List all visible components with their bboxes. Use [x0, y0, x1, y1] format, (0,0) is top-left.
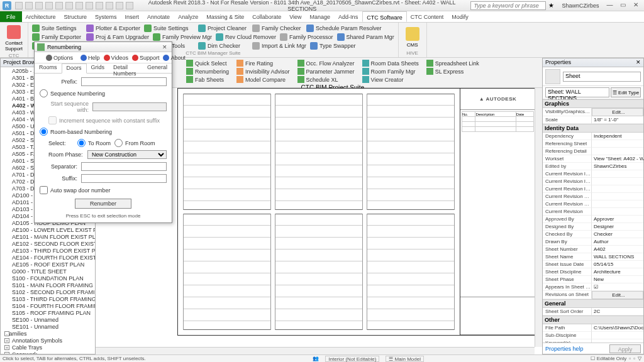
property-row[interactable]: Designed ByDesigner — [543, 223, 643, 231]
support-button[interactable]: Support — [132, 55, 160, 61]
model-compare-button[interactable]: Model Compare — [235, 75, 291, 84]
close-icon[interactable]: ✕ — [636, 59, 641, 66]
family-exporter-button[interactable]: Family Exporter — [31, 33, 84, 41]
schedule-xl-button[interactable]: Schedule XL — [296, 75, 356, 84]
qat-print-icon[interactable] — [55, 2, 63, 9]
properties-grid[interactable]: GraphicsVisibility/Graphics Over...Edit.… — [543, 99, 643, 343]
fire-rating-button[interactable]: Fire Rating — [235, 59, 291, 67]
start-seq-input[interactable] — [92, 102, 167, 111]
fab-sheets-button[interactable]: Fab Sheets — [185, 75, 230, 84]
apply-button[interactable]: Apply — [609, 344, 641, 353]
wall-section-4[interactable] — [183, 214, 271, 330]
filter-icon[interactable]: ▽ — [638, 356, 641, 361]
property-row[interactable]: Current Revision Issued ... — [543, 185, 643, 193]
qat-tool-icon[interactable] — [65, 2, 73, 9]
property-row[interactable]: Sheet PhaseNew — [543, 276, 643, 283]
select-pinned-icon[interactable]: ▫ — [633, 356, 635, 361]
dialog-tab-detail-numbers[interactable]: Detail Numbers — [109, 63, 143, 73]
to-room-radio[interactable]: To Room — [77, 139, 111, 147]
property-row[interactable]: Sheet NumberA402 — [543, 246, 643, 253]
occ-flow-analyzer-button[interactable]: Occ. Flow Analyzer — [296, 59, 356, 67]
browser-item[interactable]: -Families — [1, 331, 95, 337]
type-swapper-button[interactable]: Type Swapper — [309, 41, 362, 50]
close-icon[interactable]: ✕ — [630, 1, 641, 10]
wall-section-1[interactable] — [183, 94, 271, 210]
suite-settings-button[interactable]: Suite Settings — [143, 24, 196, 33]
property-row[interactable]: File PathC:\Users\ShawnZ\Docu... — [543, 324, 643, 332]
type-selector[interactable]: Sheet — [563, 72, 641, 82]
editable-only-toggle[interactable]: ☐ Editable Only — [591, 356, 626, 361]
browser-item[interactable]: G000 - TITLE SHEET — [1, 268, 95, 275]
property-row[interactable]: Referencing Detail — [543, 148, 643, 155]
properties-help-link[interactable]: Properties help — [545, 346, 584, 352]
qat-tool-icon[interactable] — [96, 2, 103, 9]
plotter-exporter-button[interactable]: Plotter & Exporter — [85, 24, 142, 33]
family-processor-button[interactable]: Family Processor — [279, 33, 335, 41]
design-option-selector[interactable]: ☰ Main Model — [386, 356, 424, 362]
property-row[interactable]: Revisions on SheetEdit... — [543, 291, 643, 299]
browser-item[interactable]: AE103 - THIRD FLOOR EXIST PLAN — [1, 248, 95, 255]
qat-redo-icon[interactable] — [45, 2, 53, 9]
property-category[interactable]: Identity Data — [543, 124, 643, 133]
browser-item[interactable]: +Cable Trays — [1, 344, 95, 351]
property-row[interactable]: Visibility/Graphics Over...Edit... — [543, 108, 643, 116]
invisibility-advisor-button[interactable]: Invisibility Advisor — [235, 67, 291, 75]
property-row[interactable]: Scale1/8" = 1'-0" — [543, 116, 643, 124]
property-row[interactable]: Current Revision Issued ... — [543, 178, 643, 185]
ribbon-tab-analyze[interactable]: Analyze — [174, 11, 203, 22]
renumbering-button[interactable]: Renumbering — [185, 67, 230, 75]
spreadsheet-link-button[interactable]: Spreadsheet Link — [425, 59, 480, 67]
autoswap-checkbox[interactable] — [40, 186, 48, 194]
qat-undo-icon[interactable] — [35, 2, 43, 9]
property-row[interactable]: Checked ByChecker — [543, 231, 643, 238]
property-row[interactable]: WorksetView "Sheet: A402 - WAL... — [543, 155, 643, 163]
dialog-titlebar[interactable]: Renumbering ✕ — [35, 42, 172, 52]
room-family-mgr-button[interactable]: Room Family Mgr — [361, 67, 420, 75]
file-tab[interactable]: File — [0, 11, 22, 22]
ribbon-tab-ctc-software[interactable]: CTC Software — [362, 11, 407, 22]
videos-button[interactable]: Videos — [104, 55, 128, 61]
ribbon-tab-annotate[interactable]: Annotate — [143, 11, 174, 22]
wall-section-2[interactable] — [275, 94, 363, 210]
from-room-radio[interactable]: From Room — [114, 139, 155, 147]
schedule-param-resolver-button[interactable]: Schedule Param Resolver — [305, 24, 383, 33]
ribbon-tab-systems[interactable]: Systems — [91, 11, 121, 22]
cms-button[interactable]: CMS — [402, 25, 423, 49]
browser-item[interactable]: +Casework — [1, 351, 95, 354]
workset-selector[interactable]: Interior (Not Editable) — [325, 356, 379, 362]
qat-open-icon[interactable] — [15, 2, 23, 9]
horizontal-scrollbar[interactable] — [96, 347, 535, 354]
ribbon-tab-modify[interactable]: Modify — [448, 11, 473, 22]
contact-support-button[interactable]: Contact Support — [4, 25, 24, 52]
property-row[interactable]: Appears In Sheet List☑ — [543, 283, 643, 291]
instance-selector[interactable]: Sheet: WALL SECTIONS — [545, 87, 609, 97]
property-row[interactable]: Edited byShawnCZirbes — [543, 163, 643, 170]
sequence-numbering-radio[interactable]: Sequence Numbering — [40, 89, 167, 97]
edit-type-button[interactable]: ☰Edit Type — [611, 87, 641, 97]
close-icon[interactable]: ✕ — [160, 44, 169, 50]
ribbon-tab-structure[interactable]: Structure — [60, 11, 92, 22]
qat-tool-icon[interactable] — [116, 2, 123, 9]
browser-item[interactable]: AE102 - SECOND FLOOR EXIST PLAN — [1, 241, 95, 248]
help-button[interactable]: Help — [80, 55, 100, 61]
property-row[interactable]: Sheet Issue Date05/14/15 — [543, 261, 643, 268]
wall-section-6[interactable] — [367, 214, 455, 330]
property-row[interactable]: Drawn ByAuthor — [543, 238, 643, 246]
ribbon-tab-add-ins[interactable]: Add-Ins — [335, 11, 362, 22]
user-label[interactable]: ShawnCZirbes — [562, 3, 599, 9]
renumber-button[interactable]: Renumber — [75, 199, 131, 209]
property-row[interactable]: Current Revision Issued — [543, 170, 643, 178]
ribbon-tab-architecture[interactable]: Architecture — [22, 11, 60, 22]
property-row[interactable]: Sheet NameWALL SECTIONS — [543, 253, 643, 261]
expand-toggle-icon[interactable]: + — [4, 338, 9, 343]
property-category[interactable]: General — [543, 299, 643, 308]
prefix-input[interactable] — [81, 77, 167, 86]
dialog-tab-general[interactable]: General — [143, 63, 172, 73]
maximize-icon[interactable]: ▭ — [617, 1, 628, 10]
dialog-tab-doors[interactable]: Doors — [62, 63, 87, 74]
project-cleaner-button[interactable]: Project Cleaner — [197, 24, 250, 33]
browser-item[interactable]: AE100 - LOWER LEVEL EXIST PLAN — [1, 227, 95, 234]
browser-item[interactable]: S102 - SECOND FLOOR FRAMING PLAN — [1, 289, 95, 296]
browser-item[interactable]: S100 - FOUNDATION PLAN — [1, 275, 95, 282]
minimize-icon[interactable]: — — [604, 1, 615, 10]
